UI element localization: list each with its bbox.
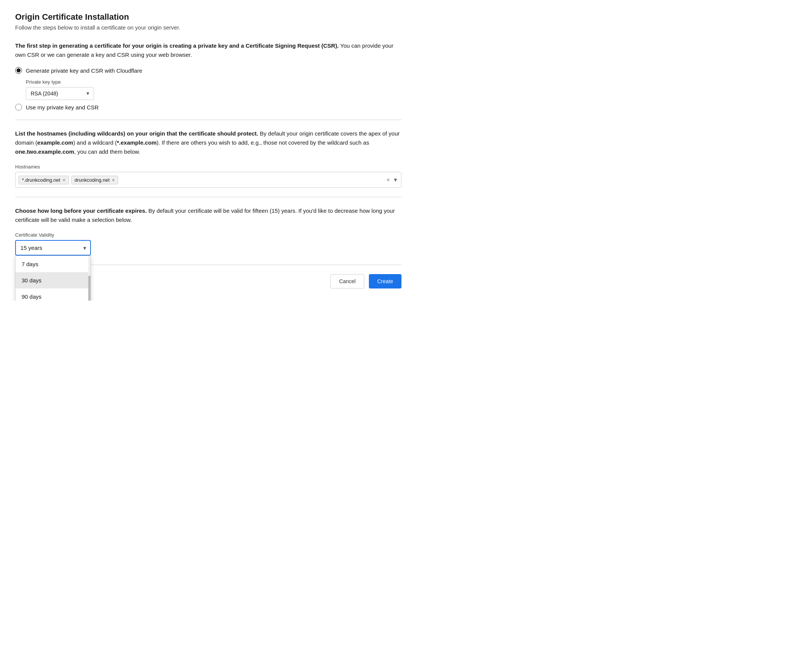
close-icon-wildcard[interactable]: × [63, 177, 66, 182]
step1-desc-bold: The first step in generating a certifica… [15, 42, 339, 49]
divider-2 [15, 197, 401, 197]
hostname-tag-apex: drunkcoding.net × [71, 175, 118, 184]
hostname-tag-wildcard-text: *.drunkcoding.net [22, 177, 60, 183]
radio-generate[interactable] [15, 67, 22, 74]
step3-desc-bold: Choose how long before your certificate … [15, 207, 147, 214]
hostnames-icons: × ▼ [387, 177, 398, 183]
private-key-select-wrapper: RSA (2048) EC (P-256) ▼ [26, 87, 94, 100]
step2-header: List the hostnames (including wildcards)… [15, 129, 401, 157]
radio-option-generate: Generate private key and CSR with Cloudf… [15, 67, 401, 74]
step3-description: Choose how long before your certificate … [15, 206, 401, 224]
private-key-select[interactable]: RSA (2048) EC (P-256) [26, 87, 94, 100]
scrollbar-track [88, 256, 91, 301]
step2-desc-bold: List the hostnames (including wildcards)… [15, 130, 258, 137]
hostname-tag-apex-text: drunkcoding.net [75, 177, 110, 183]
validity-option-30days[interactable]: 30 days [16, 272, 91, 288]
hostname-tag-wildcard: *.drunkcoding.net × [19, 175, 69, 184]
validity-select-box[interactable]: 15 years [15, 240, 91, 255]
step1-description: The first step in generating a certifica… [15, 41, 401, 60]
page-subtitle: Follow the steps below to install a cert… [15, 24, 401, 31]
step2-description: List the hostnames (including wildcards)… [15, 129, 401, 157]
validity-option-7days[interactable]: 7 days [16, 256, 91, 272]
radio-own-csr[interactable] [15, 104, 22, 111]
radio-option-own-csr: Use my private key and CSR [15, 104, 401, 111]
hostnames-input[interactable]: *.drunkcoding.net × drunkcoding.net × × … [15, 172, 401, 188]
validity-label: Certificate Validity [15, 232, 401, 238]
scrollbar-thumb [88, 276, 91, 301]
hostnames-label: Hostnames [15, 164, 401, 169]
radio-generate-label: Generate private key and CSR with Cloudf… [26, 67, 143, 74]
create-button[interactable]: Create [369, 274, 401, 288]
one-two-example: one.two.example.com [15, 149, 74, 155]
cancel-button[interactable]: Cancel [330, 274, 364, 288]
step1-section: The first step in generating a certifica… [15, 41, 401, 111]
close-icon-apex[interactable]: × [112, 177, 115, 182]
step2-section: List the hostnames (including wildcards)… [15, 129, 401, 188]
step3-section: Choose how long before your certificate … [15, 206, 401, 255]
domain-example: example.com [37, 139, 73, 146]
private-key-sub: Private key type RSA (2048) EC (P-256) ▼ [26, 79, 401, 100]
divider-1 [15, 120, 401, 120]
page-title: Origin Certificate Installation [15, 12, 401, 22]
validity-option-90days[interactable]: 90 days [16, 288, 91, 301]
validity-dropdown-list: 7 days 30 days 90 days 1 year 2 years 3 … [15, 255, 91, 301]
validity-dropdown-container: 15 years ▼ 7 days 30 days 90 days 1 year… [15, 240, 401, 255]
clear-all-icon[interactable]: × [387, 177, 390, 183]
radio-own-csr-label: Use my private key and CSR [26, 104, 99, 111]
wildcard-example: *.example.com [117, 139, 157, 146]
validity-select-wrapper: 15 years ▼ [15, 240, 91, 255]
dropdown-toggle-icon[interactable]: ▼ [393, 177, 398, 183]
private-key-label: Private key type [26, 79, 401, 85]
radio-group-csr: Generate private key and CSR with Cloudf… [15, 67, 401, 111]
